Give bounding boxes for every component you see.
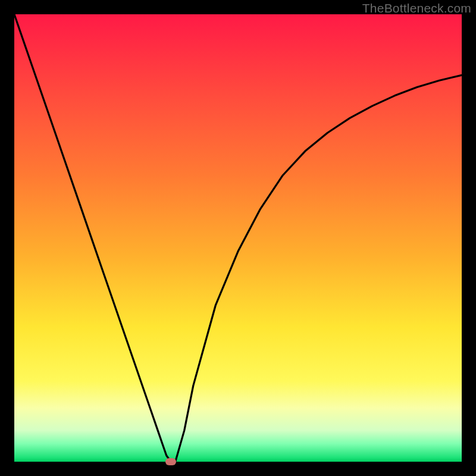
watermark-text: TheBottleneck.com <box>362 1 471 15</box>
bottleneck-curve <box>14 14 462 462</box>
chart-frame: { "watermark": "TheBottleneck.com", "cha… <box>0 0 476 476</box>
optimum-marker <box>165 458 176 465</box>
plot-area <box>14 14 462 462</box>
